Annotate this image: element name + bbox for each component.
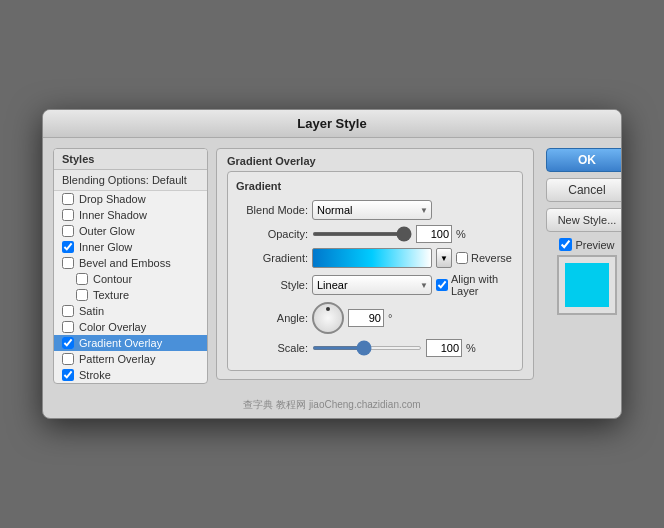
sidebar-item-texture[interactable]: Texture [54, 287, 207, 303]
style-select[interactable]: Linear Radial Angle Reflected Diamond [312, 275, 432, 295]
gradient-overlay-panel: Gradient Overlay Gradient Blend Mode: No… [216, 148, 534, 380]
gradient-overlay-checkbox[interactable] [62, 337, 74, 349]
pattern-overlay-checkbox[interactable] [62, 353, 74, 365]
sidebar-item-inner-glow[interactable]: Inner Glow [54, 239, 207, 255]
ok-button[interactable]: OK [546, 148, 622, 172]
angle-dial[interactable] [312, 302, 344, 334]
blending-options-item[interactable]: Blending Options: Default [54, 170, 207, 191]
sidebar-item-pattern-overlay[interactable]: Pattern Overlay [54, 351, 207, 367]
sidebar-item-satin[interactable]: Satin [54, 303, 207, 319]
gradient-bar[interactable] [312, 248, 432, 268]
outer-glow-checkbox[interactable] [62, 225, 74, 237]
outer-section-title: Gradient Overlay [227, 155, 523, 167]
style-label: Style: [238, 279, 308, 291]
outer-glow-label: Outer Glow [79, 225, 135, 237]
inner-shadow-label: Inner Shadow [79, 209, 147, 221]
drop-shadow-checkbox[interactable] [62, 193, 74, 205]
drop-shadow-label: Drop Shadow [79, 193, 146, 205]
dialog-title: Layer Style [43, 110, 621, 138]
satin-label: Satin [79, 305, 104, 317]
preview-checkbox[interactable] [559, 238, 572, 251]
blend-mode-row: Blend Mode: Normal Multiply Screen [238, 200, 512, 220]
bevel-emboss-label: Bevel and Emboss [79, 257, 171, 269]
preview-section: Preview [557, 238, 617, 315]
reverse-text: Reverse [471, 252, 512, 264]
pattern-overlay-label: Pattern Overlay [79, 353, 155, 365]
sidebar-item-contour[interactable]: Contour [54, 271, 207, 287]
blend-mode-label: Blend Mode: [238, 204, 308, 216]
action-panel: OK Cancel New Style... Preview [542, 148, 622, 384]
gradient-row: Gradient: ▼ Reverse [238, 248, 512, 268]
opacity-label: Opacity: [238, 228, 308, 240]
color-overlay-label: Color Overlay [79, 321, 146, 333]
new-style-button[interactable]: New Style... [546, 208, 622, 232]
style-select-wrapper: Linear Radial Angle Reflected Diamond [312, 275, 432, 295]
angle-dot-indicator [326, 307, 330, 311]
sidebar-item-inner-shadow[interactable]: Inner Shadow [54, 207, 207, 223]
opacity-slider[interactable] [312, 232, 412, 236]
gradient-section-title: Gradient [236, 180, 512, 192]
sidebar-item-bevel-emboss[interactable]: Bevel and Emboss [54, 255, 207, 271]
sidebar-item-color-overlay[interactable]: Color Overlay [54, 319, 207, 335]
texture-checkbox[interactable] [76, 289, 88, 301]
dialog-body: Styles Blending Options: Default Drop Sh… [43, 138, 621, 394]
main-content-panel: Gradient Overlay Gradient Blend Mode: No… [216, 148, 534, 384]
layer-style-dialog: Layer Style Styles Blending Options: Def… [42, 109, 622, 419]
gradient-label: Gradient: [238, 252, 308, 264]
styles-panel-header: Styles [54, 149, 207, 170]
preview-box [557, 255, 617, 315]
sidebar-item-outer-glow[interactable]: Outer Glow [54, 223, 207, 239]
stroke-label: Stroke [79, 369, 111, 381]
texture-label: Texture [93, 289, 129, 301]
blend-mode-select-wrapper: Normal Multiply Screen [312, 200, 432, 220]
angle-unit: ° [388, 312, 392, 324]
cancel-button[interactable]: Cancel [546, 178, 622, 202]
preview-thumbnail [565, 263, 609, 307]
color-overlay-checkbox[interactable] [62, 321, 74, 333]
contour-label: Contour [93, 273, 132, 285]
preview-label[interactable]: Preview [559, 238, 614, 251]
align-with-layer-text: Align with Layer [451, 273, 512, 297]
inner-glow-checkbox[interactable] [62, 241, 74, 253]
scale-input[interactable] [426, 339, 462, 357]
opacity-row: Opacity: % [238, 225, 512, 243]
angle-row: Angle: ° [238, 302, 512, 334]
contour-checkbox[interactable] [76, 273, 88, 285]
satin-checkbox[interactable] [62, 305, 74, 317]
bevel-emboss-checkbox[interactable] [62, 257, 74, 269]
align-with-layer-label[interactable]: Align with Layer [436, 273, 512, 297]
sidebar-item-stroke[interactable]: Stroke [54, 367, 207, 383]
scale-row: Scale: % [238, 339, 512, 357]
inner-glow-label: Inner Glow [79, 241, 132, 253]
scale-label: Scale: [238, 342, 308, 354]
sidebar-item-drop-shadow[interactable]: Drop Shadow [54, 191, 207, 207]
scale-unit: % [466, 342, 476, 354]
reverse-label[interactable]: Reverse [456, 252, 512, 264]
gradient-dropdown-arrow[interactable]: ▼ [436, 248, 452, 268]
scale-slider[interactable] [312, 346, 422, 350]
angle-label: Angle: [238, 312, 308, 324]
sidebar-item-gradient-overlay[interactable]: Gradient Overlay [54, 335, 207, 351]
inner-shadow-checkbox[interactable] [62, 209, 74, 221]
style-row: Style: Linear Radial Angle Reflected Dia… [238, 273, 512, 297]
reverse-checkbox[interactable] [456, 252, 468, 264]
stroke-checkbox[interactable] [62, 369, 74, 381]
styles-panel: Styles Blending Options: Default Drop Sh… [53, 148, 208, 384]
preview-text: Preview [575, 239, 614, 251]
opacity-unit: % [456, 228, 466, 240]
opacity-input[interactable] [416, 225, 452, 243]
gradient-overlay-label: Gradient Overlay [79, 337, 162, 349]
gradient-settings-section: Gradient Blend Mode: Normal Multiply Scr… [227, 171, 523, 371]
watermark: 查字典 教程网 jiaoCheng.chazidian.com [43, 394, 621, 418]
align-with-layer-checkbox[interactable] [436, 279, 448, 291]
angle-input[interactable] [348, 309, 384, 327]
blend-mode-select[interactable]: Normal Multiply Screen [312, 200, 432, 220]
